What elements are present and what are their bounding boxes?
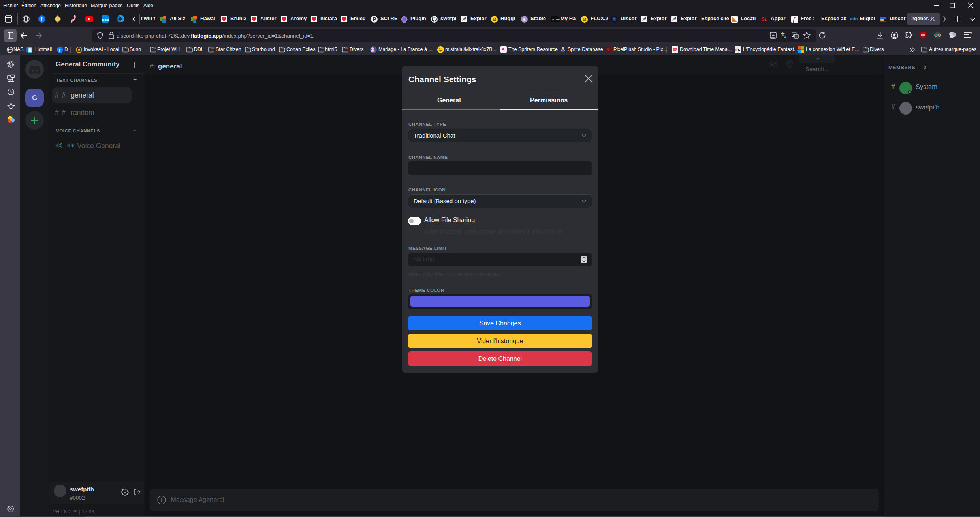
svg-text:P: P: [373, 17, 376, 22]
svg-text:U0: U0: [921, 34, 925, 36]
svg-text:S.: S.: [523, 17, 527, 22]
svg-text:A: A: [784, 35, 786, 39]
svg-text:adn: adn: [850, 16, 858, 21]
svg-text:SL: SL: [761, 16, 768, 22]
svg-text:CLOUD: CLOUD: [552, 18, 560, 21]
svg-text:f: f: [59, 48, 60, 53]
svg-text:?: ?: [796, 35, 798, 39]
svg-text:S: S: [502, 47, 505, 53]
svg-text:DSM: DSM: [102, 18, 109, 21]
svg-text:EF: EF: [735, 48, 740, 52]
